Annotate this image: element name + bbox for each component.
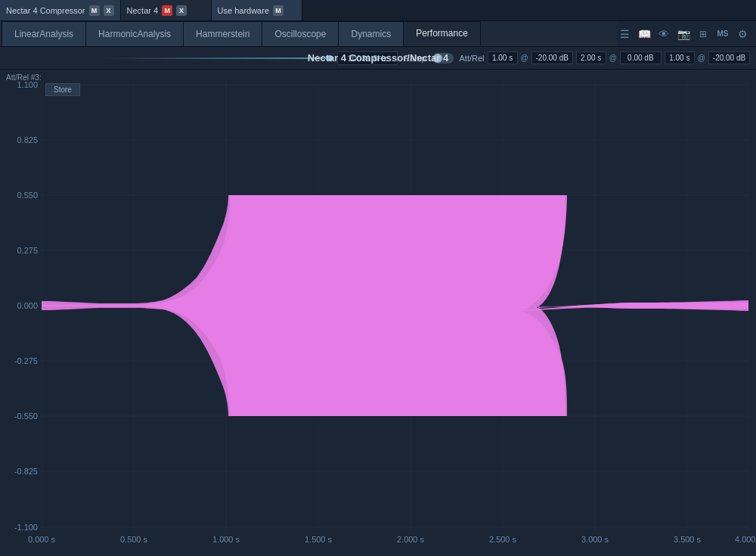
svg-text:3.000 s: 3.000 s	[581, 535, 609, 544]
att-rel-label-chart: Att/Rel #3:	[6, 73, 42, 82]
freq-display[interactable]: 10031.8Hz	[337, 51, 398, 65]
svg-text:0.825: 0.825	[17, 135, 38, 144]
svg-text:-0.550: -0.550	[14, 412, 38, 421]
tab1-label: Nectar 4 Compressor	[6, 6, 85, 15]
tab-dynamics[interactable]: Dynamics	[339, 21, 404, 46]
list-icon[interactable]: ☰	[617, 26, 632, 42]
tab1-x-btn[interactable]: X	[104, 5, 114, 16]
seg3-time-input[interactable]	[665, 51, 695, 64]
freq-line	[6, 57, 327, 59]
controls-row: 10031.8Hz Ramp Att/Rel @ @ @ Nectar 4 Co…	[0, 47, 756, 70]
seg2-time-input[interactable]	[576, 51, 606, 64]
tab3-m-btn[interactable]: M	[273, 5, 284, 16]
svg-text:0.550: 0.550	[17, 191, 38, 200]
tab-linear-analysis[interactable]: LinearAnalysis	[2, 21, 86, 46]
svg-text:1.000 s: 1.000 s	[212, 535, 240, 544]
freq-area	[6, 55, 334, 61]
tab2: Nectar 4 M X	[121, 0, 212, 20]
svg-text:0.275: 0.275	[17, 246, 38, 255]
grid-icon[interactable]: ⊞	[696, 26, 711, 42]
seg1-time-input[interactable]	[488, 51, 518, 64]
tab1-m-btn[interactable]: M	[89, 5, 100, 16]
tab-performance[interactable]: Performance	[404, 21, 481, 46]
seg2-at: @	[609, 54, 617, 62]
toolbar-icons: ☰ 📖 👁 📷 ⊞ MS ⚙	[617, 26, 756, 42]
att-rel-label: Att/Rel	[460, 54, 485, 63]
seg1-at: @	[521, 54, 528, 62]
seg1-db-input[interactable]	[531, 51, 573, 64]
tab1: Nectar 4 Compressor M X	[0, 0, 121, 20]
svg-text:0.000: 0.000	[17, 301, 38, 310]
chart-area: Att/Rel #3: Store	[0, 70, 756, 556]
tab3: Use hardware M	[212, 0, 302, 20]
store-button[interactable]: Store	[45, 83, 80, 96]
book-icon[interactable]: 📖	[637, 26, 652, 42]
svg-text:2.500 s: 2.500 s	[489, 535, 517, 544]
chart-svg: 1.100 0.825 0.550 0.275 0.000 -0.275 -0.…	[0, 70, 756, 556]
tab-harmonic-analysis[interactable]: HarmonicAnalysis	[86, 21, 184, 46]
tab-hammerstein[interactable]: Hammerstein	[184, 21, 262, 46]
svg-text:-0.825: -0.825	[14, 467, 38, 476]
svg-text:-1.100: -1.100	[14, 523, 38, 532]
seg3-db-input[interactable]	[708, 51, 750, 64]
camera-icon[interactable]: 📷	[676, 26, 691, 42]
tab3-label: Use hardware	[218, 6, 269, 15]
svg-text:3.500 s: 3.500 s	[674, 535, 702, 544]
svg-text:0.500 s: 0.500 s	[120, 535, 148, 544]
titlebar: Nectar 4 Compressor M X Nectar 4 M X Use…	[0, 0, 756, 21]
nav-tabs-row: LinearAnalysis HarmonicAnalysis Hammerst…	[0, 21, 756, 47]
tab2-m-btn[interactable]: M	[162, 5, 172, 16]
tab2-x-btn[interactable]: X	[176, 5, 187, 16]
seg2-db-input[interactable]	[620, 51, 662, 64]
eye-icon[interactable]: 👁	[656, 26, 671, 42]
svg-text:-0.275: -0.275	[14, 356, 38, 365]
svg-text:2.000 s: 2.000 s	[397, 535, 425, 544]
ms-icon[interactable]: MS	[715, 26, 730, 42]
svg-text:4.000 s: 4.000 s	[735, 535, 756, 544]
tab-oscilloscope[interactable]: Oscilloscope	[262, 21, 339, 46]
freq-dot	[327, 55, 333, 61]
tab2-label: Nectar 4	[127, 6, 159, 15]
nav-tabs: LinearAnalysis HarmonicAnalysis Hammerst…	[0, 21, 617, 46]
seg3-at: @	[698, 54, 705, 62]
ramp-label: Ramp	[404, 54, 426, 63]
ramp-toggle[interactable]	[432, 53, 454, 64]
gear-icon[interactable]: ⚙	[735, 26, 750, 42]
svg-text:1.500 s: 1.500 s	[305, 535, 333, 544]
svg-text:0.000 s: 0.000 s	[28, 535, 56, 544]
